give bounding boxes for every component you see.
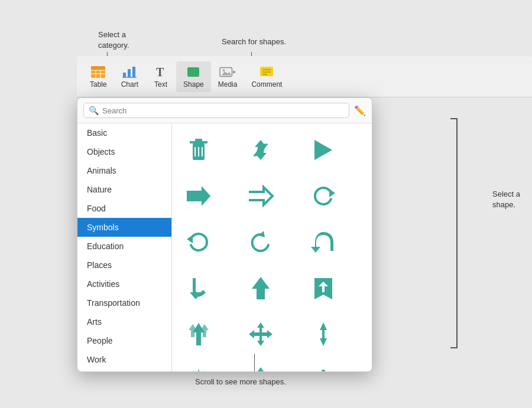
category-item-arts[interactable]: Arts — [77, 312, 171, 331]
svg-rect-8 — [132, 67, 135, 77]
shape-label: Shape — [183, 80, 204, 89]
category-item-education[interactable]: Education — [77, 237, 171, 256]
panel-content: BasicObjectsAnimalsNatureFoodSymbolsEduc… — [77, 123, 372, 371]
svg-marker-28 — [187, 235, 193, 243]
annotation-search: Search for shapes. — [222, 37, 286, 47]
svg-marker-14 — [233, 70, 236, 74]
category-item-work[interactable]: Work — [77, 350, 171, 369]
shape-cell-15[interactable] — [178, 360, 219, 371]
shapes-grid — [178, 129, 366, 371]
search-input[interactable] — [102, 106, 344, 115]
shape-cell-3[interactable] — [178, 175, 219, 217]
category-item-animals[interactable]: Animals — [77, 161, 171, 180]
shape-cell-4[interactable] — [240, 175, 281, 217]
shape-cell-8[interactable] — [303, 221, 344, 263]
scroll-bracket — [450, 118, 458, 348]
search-bar: 🔍 ✏️ — [77, 98, 372, 123]
category-item-nature[interactable]: Nature — [77, 180, 171, 199]
shape-cell-9[interactable] — [178, 267, 219, 309]
svg-marker-31 — [252, 277, 270, 299]
shape-cell-12[interactable] — [178, 314, 219, 355]
toolbar-media-button[interactable]: Media — [211, 61, 245, 92]
toolbar-table-button[interactable]: Table — [83, 61, 114, 92]
shape-cell-14[interactable] — [303, 314, 344, 355]
shape-cell-16[interactable] — [240, 360, 281, 371]
comment-label: Comment — [251, 80, 282, 89]
category-item-people[interactable]: People — [77, 331, 171, 350]
chart-label: Chart — [121, 80, 138, 89]
shape-cell-7[interactable] — [240, 221, 281, 263]
shapes-dropdown-panel: 🔍 ✏️ BasicObjectsAnimalsNatureFoodSymbol… — [77, 97, 372, 372]
svg-rect-21 — [195, 139, 202, 142]
comment-icon — [258, 65, 275, 79]
svg-marker-37 — [320, 322, 327, 346]
svg-rect-6 — [123, 73, 126, 77]
shape-icon — [185, 65, 202, 79]
chart-icon — [121, 65, 138, 79]
toolbar-chart-button[interactable]: Chart — [114, 61, 145, 92]
annotation-line-scroll — [254, 354, 255, 371]
svg-marker-25 — [314, 140, 332, 160]
category-item-symbols[interactable]: Symbols — [77, 218, 171, 237]
svg-marker-26 — [187, 186, 210, 206]
category-item-food[interactable]: Food — [77, 199, 171, 218]
shape-cell-6[interactable] — [178, 221, 219, 263]
shape-cell-5[interactable] — [303, 175, 344, 217]
toolbar: Table Chart T Text Shape — [77, 56, 532, 97]
svg-marker-36 — [249, 322, 273, 346]
svg-marker-27 — [329, 189, 335, 197]
shape-cell-1[interactable] — [240, 129, 281, 171]
svg-rect-1 — [91, 66, 105, 70]
toolbar-comment-button[interactable]: Comment — [244, 61, 289, 92]
svg-rect-11 — [187, 67, 199, 77]
category-item-transportation[interactable]: Transportation — [77, 293, 171, 312]
svg-point-13 — [223, 69, 225, 71]
svg-text:T: T — [156, 66, 164, 79]
category-item-activities[interactable]: Activities — [77, 275, 171, 293]
shape-cell-13[interactable] — [240, 314, 281, 355]
media-label: Media — [218, 80, 238, 89]
category-item-basic[interactable]: Basic — [77, 123, 171, 142]
text-label: Text — [154, 80, 167, 89]
search-icon: 🔍 — [89, 106, 99, 115]
shapes-area — [172, 123, 372, 371]
toolbar-text-button[interactable]: T Text — [145, 61, 176, 92]
toolbar-shape-button[interactable]: Shape — [176, 61, 211, 92]
shape-cell-11[interactable] — [303, 267, 344, 309]
category-item-objects[interactable]: Objects — [77, 142, 171, 161]
table-icon — [90, 65, 106, 79]
shape-cell-10[interactable] — [240, 267, 281, 309]
svg-rect-7 — [128, 69, 131, 77]
search-input-wrapper[interactable]: 🔍 — [83, 103, 349, 118]
media-icon — [219, 65, 236, 79]
pen-icon[interactable]: ✏️ — [354, 105, 366, 116]
annotation-select-shape: Select a shape. — [492, 189, 520, 210]
shape-cell-2[interactable] — [303, 129, 344, 171]
text-icon: T — [153, 65, 169, 79]
table-label: Table — [90, 80, 107, 89]
svg-point-45 — [322, 370, 325, 371]
shape-cell-17[interactable] — [303, 360, 344, 371]
category-item-places[interactable]: Places — [77, 256, 171, 275]
svg-marker-38 — [187, 368, 210, 371]
annotation-select-category: Select a category. — [98, 30, 129, 51]
annotation-scroll: Scroll to see more shapes. — [195, 377, 286, 387]
shape-cell-0[interactable] — [178, 129, 219, 171]
category-list: BasicObjectsAnimalsNatureFoodSymbolsEduc… — [77, 123, 172, 371]
